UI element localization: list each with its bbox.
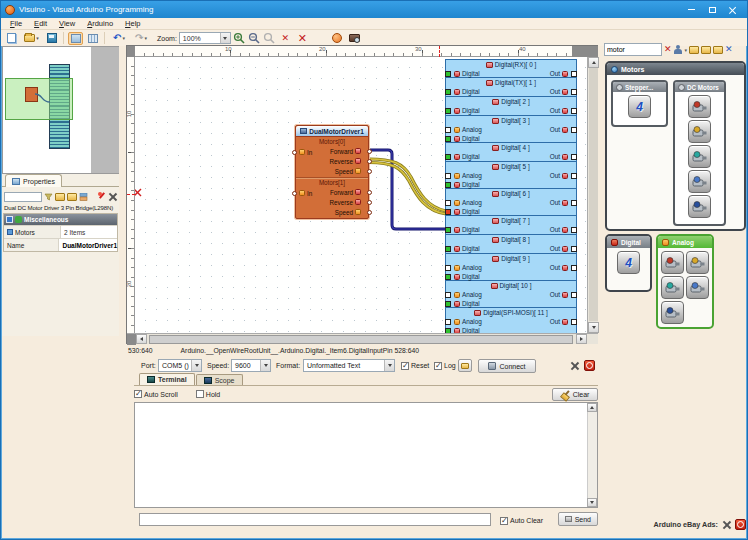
output-pin-reverse[interactable] [367, 159, 372, 164]
terminal-scrollbar[interactable] [587, 403, 597, 507]
out-pin[interactable] [571, 71, 577, 77]
save-button[interactable] [44, 32, 59, 45]
palette-search-input[interactable] [604, 43, 662, 56]
out-pin[interactable] [571, 246, 577, 252]
scroll-up-button[interactable] [588, 57, 599, 68]
menu-view[interactable]: View [54, 19, 80, 28]
speed-select[interactable]: 9600 [231, 359, 271, 372]
out-pin[interactable] [571, 265, 577, 271]
board-pin-8[interactable]: Digital[ 8 ]DigitalOut [445, 235, 577, 254]
dc-motor-component-tile-4[interactable] [688, 195, 711, 218]
menu-arduino[interactable]: Arduino [82, 19, 118, 28]
zoom-out-icon[interactable] [248, 32, 261, 45]
title-bar[interactable]: Visuino - Visual Arduino Programming [1, 1, 747, 18]
analog-component-tile-1[interactable] [686, 251, 709, 274]
new-button[interactable] [4, 32, 19, 45]
up-folder-icon[interactable] [713, 46, 723, 54]
reset-checkbox[interactable] [401, 362, 409, 370]
autoclear-group[interactable]: Auto Clear [500, 514, 543, 527]
board-pin-3[interactable]: Digital[ 3 ]AnalogOutDigital [445, 116, 577, 143]
open-button[interactable]: ▾ [21, 32, 42, 45]
scroll-left-button[interactable] [136, 334, 147, 344]
tab-scope[interactable]: Scope [196, 374, 243, 385]
output-pin-forward[interactable] [367, 190, 372, 195]
log-checkbox[interactable] [434, 362, 442, 370]
open-palette-folder-icon[interactable] [701, 46, 711, 54]
board-pin-0[interactable]: Digital(RX)[ 0 ]DigitalOut [445, 59, 577, 78]
expand-folder-icon[interactable] [55, 193, 65, 201]
snapshot-button[interactable] [347, 32, 362, 45]
redo-button[interactable]: ↷▾ [131, 32, 151, 45]
undo-button[interactable]: ↶▾ [109, 32, 129, 45]
analog-input-pin[interactable] [445, 127, 451, 133]
analog-input-pin[interactable] [445, 200, 451, 206]
layout-panel-toggle[interactable] [68, 32, 83, 45]
zoom-select[interactable]: 100% [179, 32, 231, 44]
filter-icon[interactable] [44, 193, 53, 201]
grid-view-toggle[interactable] [85, 32, 100, 45]
property-value[interactable]: 2 Items [61, 226, 117, 238]
tools-icon[interactable] [108, 192, 117, 201]
board-pin-9[interactable]: Digital[ 9 ]AnalogOutDigital [445, 254, 577, 281]
board-pin-4[interactable]: Digital[ 4 ]DigitalOut [445, 143, 577, 162]
connection-tools-icon[interactable] [570, 361, 579, 374]
dc-motor-component-tile-3[interactable] [688, 170, 711, 193]
digital-input-pin[interactable] [445, 71, 451, 77]
port-select[interactable]: COM5 () [158, 359, 202, 372]
clear-button[interactable]: Clear [552, 388, 598, 401]
component-dualmotordriver1[interactable]: DualMotorDriver1 Motors[0]ForwardReverse… [295, 125, 369, 219]
sort-icon[interactable] [79, 193, 88, 201]
hold-group[interactable]: Hold [196, 390, 220, 398]
digital-input-pin[interactable] [445, 89, 451, 95]
out-pin[interactable] [571, 127, 577, 133]
ads-tools-icon[interactable] [722, 520, 731, 529]
digital-input-pin[interactable] [445, 274, 451, 280]
close-button[interactable] [723, 3, 743, 16]
property-value[interactable]: DualMotorDriver1 [59, 239, 117, 251]
out-pin[interactable] [571, 319, 577, 325]
vertical-scroll-thumb[interactable] [589, 68, 598, 321]
ads-close-button[interactable] [735, 519, 746, 530]
menu-edit[interactable]: Edit [29, 19, 52, 28]
terminal-scroll-up[interactable] [587, 403, 597, 412]
digital-component-tile[interactable]: 4 [617, 251, 640, 274]
terminal-output[interactable] [134, 402, 598, 508]
new-folder-icon[interactable] [689, 46, 699, 54]
clear-search-icon[interactable]: ✕ [664, 45, 672, 54]
canvas-horizontal-scrollbar[interactable] [127, 333, 598, 344]
board-pin-5[interactable]: Digital[ 5 ]AnalogOutDigital [445, 162, 577, 189]
pin-properties-icon[interactable] [97, 192, 106, 201]
out-pin[interactable] [571, 227, 577, 233]
digital-input-pin[interactable] [445, 246, 451, 252]
property-row-motors[interactable]: Motors2 Items [4, 225, 117, 238]
zoom-in-icon[interactable] [233, 32, 246, 45]
digital-input-pin[interactable] [445, 301, 451, 307]
tab-properties[interactable]: Properties [5, 174, 62, 187]
analog-component-tile-4[interactable] [661, 301, 684, 324]
digital-input-pin[interactable] [445, 154, 451, 160]
property-group-header[interactable]: Miscellaneous [4, 214, 117, 225]
board-pin-6[interactable]: Digital[ 6 ]AnalogOutDigital [445, 189, 577, 216]
digital-input-pin[interactable] [445, 209, 451, 215]
delete-wires-button[interactable]: ✕ [278, 32, 293, 45]
analog-component-tile-3[interactable] [686, 276, 709, 299]
subcategory-dc-motors[interactable]: DC Motors [673, 80, 726, 226]
out-pin[interactable] [571, 108, 577, 114]
input-pin-in[interactable]: In [299, 188, 312, 198]
design-canvas[interactable]: DualMotorDriver1 Motors[0]ForwardReverse… [135, 57, 587, 333]
out-pin[interactable] [571, 292, 577, 298]
send-input[interactable] [139, 513, 491, 526]
close-palette-icon[interactable]: ✕ [725, 45, 733, 54]
analog-input-pin[interactable] [445, 265, 451, 271]
output-pin-speed[interactable] [367, 169, 372, 174]
menu-help[interactable]: Help [120, 19, 145, 28]
log-file-button[interactable] [458, 359, 472, 372]
property-filter-input[interactable] [4, 192, 42, 202]
menu-file[interactable]: File [5, 19, 27, 28]
analog-input-pin[interactable] [445, 292, 451, 298]
overview-minimap[interactable] [2, 46, 119, 174]
input-pin-circle[interactable] [292, 150, 297, 155]
board-pin-2[interactable]: Digital[ 2 ]DigitalOut [445, 97, 577, 116]
connect-button[interactable]: Connect [478, 359, 536, 373]
input-pin-circle[interactable] [292, 191, 297, 196]
